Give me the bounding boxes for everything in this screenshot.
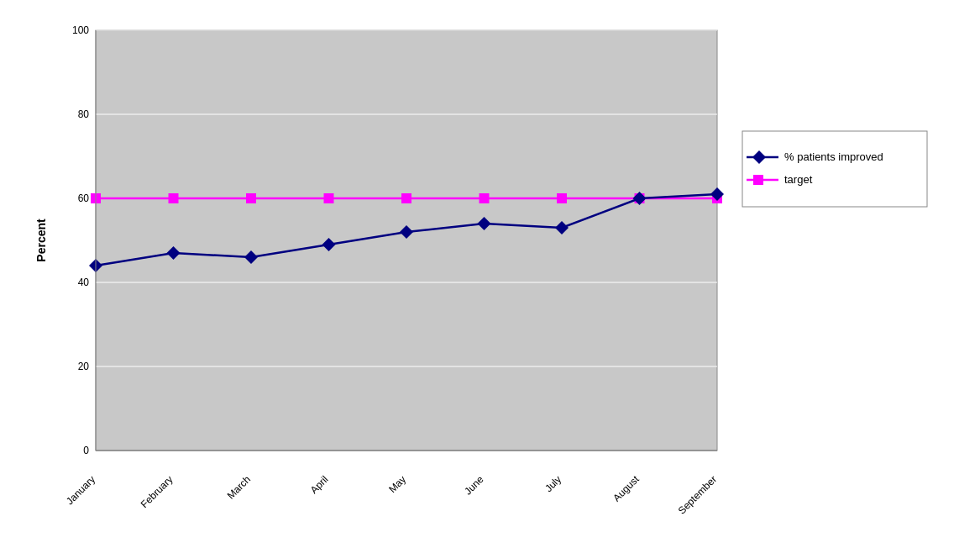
plot-area xyxy=(96,30,717,451)
y-tick-60: 60 xyxy=(77,192,89,204)
y-tick-40: 40 xyxy=(77,277,89,288)
y-axis-label: Percent xyxy=(34,219,48,262)
x-label-jul: July xyxy=(542,473,563,494)
chart-svg: 100 80 60 40 20 0 Percent January Februa… xyxy=(29,13,952,535)
x-label-aug: August xyxy=(611,473,642,504)
x-label-jan: January xyxy=(64,473,97,507)
x-label-apr: April xyxy=(307,473,330,496)
y-tick-80: 80 xyxy=(77,108,89,120)
target-marker-may xyxy=(401,193,411,203)
target-marker-mar xyxy=(246,193,256,203)
y-tick-20: 20 xyxy=(77,361,89,372)
x-label-sep: September xyxy=(675,473,718,516)
x-label-mar: March xyxy=(224,473,252,501)
target-marker-jun xyxy=(479,193,489,203)
legend-box xyxy=(742,131,927,207)
y-tick-0: 0 xyxy=(83,445,89,456)
target-marker-jul xyxy=(557,193,567,203)
x-label-feb: February xyxy=(138,473,175,510)
legend-label-target: target xyxy=(784,173,813,186)
target-marker-feb xyxy=(168,193,178,203)
y-tick-100: 100 xyxy=(71,24,88,36)
target-marker-apr xyxy=(323,193,333,203)
legend-label-patients: % patients improved xyxy=(784,150,883,163)
x-label-may: May xyxy=(386,473,408,495)
x-label-jun: June xyxy=(462,473,486,498)
chart-container: 100 80 60 40 20 0 Percent January Februa… xyxy=(29,13,952,535)
